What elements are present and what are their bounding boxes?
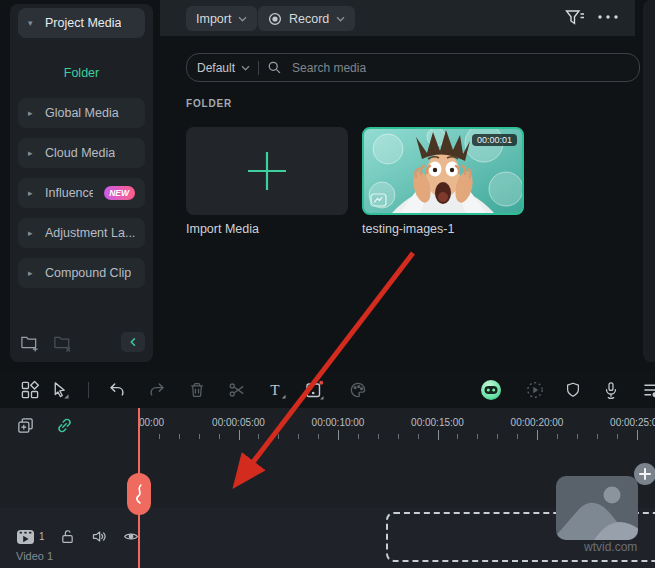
voiceover-mic-icon[interactable] <box>602 380 620 400</box>
ruler-minor-tick <box>418 434 419 439</box>
ruler-major-tick <box>637 430 638 440</box>
sidebar-child-label: Folder <box>64 66 99 80</box>
ruler-minor-tick <box>477 434 478 439</box>
ruler-minor-tick <box>298 434 299 439</box>
record-button[interactable]: Record <box>258 6 355 31</box>
playhead-handle[interactable] <box>127 473 151 515</box>
more-options-icon[interactable] <box>597 14 619 20</box>
lock-track-icon[interactable] <box>59 528 76 545</box>
cursor-select-icon[interactable] <box>51 381 70 400</box>
ruler-minor-tick <box>278 434 279 439</box>
ruler-time-label: 00:00 <box>139 417 164 428</box>
split-scissors-icon[interactable] <box>228 381 247 400</box>
divider <box>88 382 89 398</box>
search-input[interactable] <box>290 60 629 76</box>
sidebar-item-compound-clip[interactable]: ▸Compound Clip <box>18 258 145 288</box>
import-media-tile[interactable] <box>186 127 348 215</box>
chevron-right-icon: ▸ <box>28 228 36 238</box>
sidebar-item-adjustment-la[interactable]: ▸Adjustment La... <box>18 218 145 248</box>
ruler-major-tick <box>537 430 538 440</box>
layout-grid-icon[interactable] <box>21 381 40 400</box>
add-media-to-track-icon[interactable] <box>16 416 35 435</box>
add-clip-plus-badge <box>634 463 655 485</box>
ruler-minor-tick <box>597 434 598 439</box>
sidebar-item-label: Influence Kit <box>45 186 93 200</box>
delete-folder-icon[interactable] <box>53 333 72 352</box>
mixer-icon[interactable] <box>643 381 655 400</box>
drag-ghost-image-icon <box>556 476 638 540</box>
mute-track-icon[interactable] <box>90 528 108 545</box>
sidebar-item-label: Compound Clip <box>45 266 131 280</box>
ruler-minor-tick <box>457 434 458 439</box>
search-icon <box>267 60 282 75</box>
ruler-time-label: 00:00:25:00 <box>610 417 655 428</box>
sidebar-item-project-media[interactable]: ▾Project Media <box>18 8 145 38</box>
record-dot-icon <box>268 12 282 26</box>
adjacent-panel-edge <box>643 0 655 362</box>
sidebar-item-label: Adjustment La... <box>45 226 135 240</box>
text-tool-icon[interactable]: T <box>267 381 287 400</box>
sidebar-item-global-media[interactable]: ▸Global Media <box>18 98 145 128</box>
auto-link-icon[interactable] <box>55 416 74 435</box>
ai-copilot-icon[interactable] <box>479 378 503 402</box>
ruler-minor-tick <box>358 434 359 439</box>
media-type-icon <box>370 193 387 207</box>
ruler-minor-tick <box>258 434 259 439</box>
mask-crop-icon[interactable] <box>304 380 324 400</box>
ruler-minor-tick <box>199 434 200 439</box>
sidebar-item-list: ▾Project MediaFolder▸Global Media▸Cloud … <box>10 8 153 288</box>
track-count: 1 <box>39 531 45 542</box>
plus-icon <box>246 150 288 192</box>
sidebar-item-cloud-media[interactable]: ▸Cloud Media <box>18 138 145 168</box>
media-sidebar: ▾Project MediaFolder▸Global Media▸Cloud … <box>10 4 153 362</box>
new-badge: NEW <box>104 186 135 200</box>
clip-duration-badge: 00:00:01 <box>472 134 517 146</box>
video-track-icon <box>16 529 35 545</box>
ruler-minor-tick <box>398 434 399 439</box>
ruler-minor-tick <box>179 434 180 439</box>
redo-icon[interactable] <box>148 381 167 400</box>
ruler-major-tick <box>239 430 240 440</box>
filter-icon[interactable] <box>564 8 586 28</box>
watermark-text: wtvid.com <box>584 540 637 554</box>
undo-icon[interactable] <box>108 381 127 400</box>
search-filter-label: Default <box>197 61 235 75</box>
new-folder-icon[interactable] <box>20 333 39 352</box>
ruler-major-tick <box>338 430 339 440</box>
sidebar-item-label: Global Media <box>45 106 119 120</box>
shield-markers-icon[interactable] <box>564 381 582 400</box>
hide-track-icon[interactable] <box>122 528 140 545</box>
chevron-right-icon: ▸ <box>28 148 36 158</box>
search-filter-dropdown[interactable]: Default <box>197 61 250 75</box>
chevron-down-icon <box>336 16 345 22</box>
auto-ripple-icon[interactable] <box>525 380 545 400</box>
record-button-label: Record <box>289 12 329 26</box>
folder-section-label: FOLDER <box>186 98 232 109</box>
media-clip-thumbnail[interactable]: 00:00:01 <box>362 127 524 215</box>
ruler-major-tick <box>438 430 439 440</box>
ruler-time-label: 00:00:15:00 <box>411 417 464 428</box>
delete-icon[interactable] <box>188 381 206 400</box>
track-name-label: Video 1 <box>16 550 53 562</box>
chevron-down-icon <box>241 65 250 71</box>
sidebar-footer <box>20 332 145 352</box>
collapse-panel-icon[interactable] <box>121 332 145 352</box>
sidebar-item-label: Project Media <box>45 16 121 30</box>
chevron-down-icon <box>238 16 247 22</box>
import-media-tile-label: Import Media <box>186 222 259 236</box>
ruler-minor-tick <box>517 434 518 439</box>
color-palette-icon[interactable] <box>349 381 368 400</box>
ruler-minor-tick <box>378 434 379 439</box>
ruler-minor-tick <box>159 434 160 439</box>
sidebar-item-influence-kit[interactable]: ▸Influence KitNEW <box>18 178 145 208</box>
ruler-time-label: 00:00:10:00 <box>312 417 365 428</box>
sidebar-item-folder[interactable]: Folder <box>10 48 153 98</box>
ruler-time-label: 00:00:20:00 <box>511 417 564 428</box>
ruler-minor-tick <box>318 434 319 439</box>
chevron-right-icon: ▸ <box>28 108 36 118</box>
search-bar: Default <box>186 53 640 82</box>
import-button[interactable]: Import <box>186 6 257 31</box>
track-header: 1 <box>0 408 137 568</box>
ruler-time-label: 00:00:05:00 <box>212 417 265 428</box>
chevron-right-icon: ▸ <box>28 268 36 278</box>
